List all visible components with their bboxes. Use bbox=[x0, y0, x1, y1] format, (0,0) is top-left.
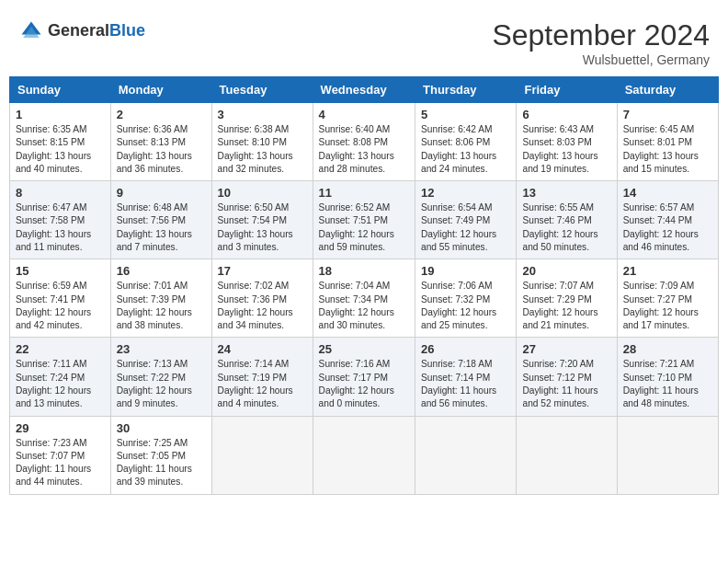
day-number: 10 bbox=[218, 186, 307, 200]
table-row: 20 Sunrise: 7:07 AM Sunset: 7:29 PM Dayl… bbox=[517, 259, 617, 338]
daylight-label: Daylight: 12 hours and 46 minutes. bbox=[623, 229, 699, 252]
daylight-label: Daylight: 12 hours and 25 minutes. bbox=[421, 307, 496, 330]
header-thursday: Thursday bbox=[415, 77, 517, 103]
day-number: 19 bbox=[421, 264, 510, 278]
logo-blue-text: Blue bbox=[109, 21, 145, 40]
day-number: 1 bbox=[16, 108, 105, 121]
day-info: Sunrise: 6:50 AM Sunset: 7:54 PM Dayligh… bbox=[218, 201, 307, 254]
logo: GeneralBlue bbox=[18, 18, 145, 44]
sunrise-label: Sunrise: 6:47 AM bbox=[16, 202, 87, 213]
sunset-label: Sunset: 7:44 PM bbox=[623, 215, 692, 225]
calendar-table: Sunday Monday Tuesday Wednesday Thursday… bbox=[9, 76, 719, 495]
daylight-label: Daylight: 12 hours and 30 minutes. bbox=[319, 307, 394, 330]
day-number: 20 bbox=[522, 264, 610, 278]
day-info: Sunrise: 6:42 AM Sunset: 8:06 PM Dayligh… bbox=[421, 123, 510, 176]
sunset-label: Sunset: 8:01 PM bbox=[623, 137, 692, 147]
table-row: 17 Sunrise: 7:02 AM Sunset: 7:36 PM Dayl… bbox=[211, 259, 313, 338]
sunset-label: Sunset: 7:17 PM bbox=[319, 373, 388, 383]
table-row: 9 Sunrise: 6:48 AM Sunset: 7:56 PM Dayli… bbox=[110, 181, 211, 259]
day-info: Sunrise: 6:54 AM Sunset: 7:49 PM Dayligh… bbox=[421, 201, 510, 254]
table-row: 11 Sunrise: 6:52 AM Sunset: 7:51 PM Dayl… bbox=[313, 181, 415, 259]
sunset-label: Sunset: 7:32 PM bbox=[421, 294, 490, 304]
day-number: 30 bbox=[117, 421, 206, 435]
day-info: Sunrise: 6:43 AM Sunset: 8:03 PM Dayligh… bbox=[522, 123, 610, 176]
table-row: 8 Sunrise: 6:47 AM Sunset: 7:58 PM Dayli… bbox=[10, 181, 111, 259]
daylight-label: Daylight: 12 hours and 38 minutes. bbox=[117, 307, 192, 330]
sunrise-label: Sunrise: 6:59 AM bbox=[16, 281, 87, 291]
header-sunday: Sunday bbox=[10, 77, 111, 103]
day-number: 27 bbox=[522, 342, 610, 356]
sunrise-label: Sunrise: 7:20 AM bbox=[522, 359, 594, 369]
table-row bbox=[517, 416, 617, 494]
day-info: Sunrise: 6:52 AM Sunset: 7:51 PM Dayligh… bbox=[319, 201, 409, 254]
day-info: Sunrise: 7:02 AM Sunset: 7:36 PM Dayligh… bbox=[218, 280, 307, 332]
day-number: 9 bbox=[117, 186, 206, 200]
day-number: 7 bbox=[623, 108, 712, 121]
calendar-row: 8 Sunrise: 6:47 AM Sunset: 7:58 PM Dayli… bbox=[10, 181, 719, 259]
sunset-label: Sunset: 7:58 PM bbox=[16, 215, 85, 225]
sunset-label: Sunset: 7:14 PM bbox=[421, 373, 490, 383]
daylight-label: Daylight: 12 hours and 13 minutes. bbox=[16, 385, 91, 408]
day-number: 23 bbox=[117, 342, 206, 356]
day-info: Sunrise: 7:09 AM Sunset: 7:27 PM Dayligh… bbox=[623, 280, 712, 332]
table-row: 1 Sunrise: 6:35 AM Sunset: 8:15 PM Dayli… bbox=[10, 103, 111, 181]
table-row: 5 Sunrise: 6:42 AM Sunset: 8:06 PM Dayli… bbox=[415, 103, 517, 181]
sunset-label: Sunset: 7:10 PM bbox=[623, 373, 692, 383]
sunset-label: Sunset: 7:12 PM bbox=[522, 373, 591, 383]
day-info: Sunrise: 7:11 AM Sunset: 7:24 PM Dayligh… bbox=[16, 358, 105, 410]
day-number: 11 bbox=[319, 186, 409, 200]
daylight-label: Daylight: 11 hours and 44 minutes. bbox=[16, 464, 91, 487]
day-number: 24 bbox=[218, 342, 307, 356]
day-info: Sunrise: 6:57 AM Sunset: 7:44 PM Dayligh… bbox=[623, 201, 712, 254]
daylight-label: Daylight: 12 hours and 0 minutes. bbox=[319, 385, 394, 408]
daylight-label: Daylight: 13 hours and 24 minutes. bbox=[421, 151, 496, 174]
sunrise-label: Sunrise: 6:52 AM bbox=[319, 202, 391, 213]
table-row: 10 Sunrise: 6:50 AM Sunset: 7:54 PM Dayl… bbox=[211, 181, 313, 259]
day-info: Sunrise: 6:45 AM Sunset: 8:01 PM Dayligh… bbox=[623, 123, 712, 176]
sunset-label: Sunset: 7:36 PM bbox=[218, 294, 287, 304]
logo-wordmark: GeneralBlue bbox=[48, 21, 145, 41]
sunset-label: Sunset: 7:46 PM bbox=[522, 215, 591, 225]
day-info: Sunrise: 7:16 AM Sunset: 7:17 PM Dayligh… bbox=[319, 358, 409, 410]
table-row: 18 Sunrise: 7:04 AM Sunset: 7:34 PM Dayl… bbox=[313, 259, 415, 338]
calendar-header: Sunday Monday Tuesday Wednesday Thursday… bbox=[10, 77, 719, 103]
calendar-row: 29 Sunrise: 7:23 AM Sunset: 7:07 PM Dayl… bbox=[10, 416, 719, 494]
daylight-label: Daylight: 13 hours and 11 minutes. bbox=[16, 229, 91, 252]
table-row: 28 Sunrise: 7:21 AM Sunset: 7:10 PM Dayl… bbox=[617, 338, 718, 416]
daylight-label: Daylight: 12 hours and 17 minutes. bbox=[623, 307, 699, 330]
daylight-label: Daylight: 11 hours and 39 minutes. bbox=[117, 464, 192, 487]
sunrise-label: Sunrise: 6:36 AM bbox=[117, 124, 188, 134]
day-number: 28 bbox=[623, 342, 712, 356]
header-saturday: Saturday bbox=[617, 77, 718, 103]
day-number: 4 bbox=[319, 108, 409, 121]
day-info: Sunrise: 7:23 AM Sunset: 7:07 PM Dayligh… bbox=[16, 437, 105, 489]
sunset-label: Sunset: 8:03 PM bbox=[522, 137, 591, 147]
table-row: 24 Sunrise: 7:14 AM Sunset: 7:19 PM Dayl… bbox=[211, 338, 313, 416]
sunset-label: Sunset: 7:39 PM bbox=[117, 294, 186, 304]
table-row: 16 Sunrise: 7:01 AM Sunset: 7:39 PM Dayl… bbox=[110, 259, 211, 338]
daylight-label: Daylight: 12 hours and 59 minutes. bbox=[319, 229, 394, 252]
sunset-label: Sunset: 7:29 PM bbox=[522, 294, 591, 304]
calendar-row: 22 Sunrise: 7:11 AM Sunset: 7:24 PM Dayl… bbox=[10, 338, 719, 416]
day-info: Sunrise: 7:13 AM Sunset: 7:22 PM Dayligh… bbox=[117, 358, 206, 410]
daylight-label: Daylight: 13 hours and 36 minutes. bbox=[117, 151, 192, 174]
sunset-label: Sunset: 7:22 PM bbox=[117, 373, 186, 383]
table-row: 29 Sunrise: 7:23 AM Sunset: 7:07 PM Dayl… bbox=[10, 416, 111, 494]
day-info: Sunrise: 6:38 AM Sunset: 8:10 PM Dayligh… bbox=[218, 123, 307, 176]
daylight-label: Daylight: 12 hours and 9 minutes. bbox=[117, 385, 192, 408]
sunrise-label: Sunrise: 7:21 AM bbox=[623, 359, 695, 369]
day-info: Sunrise: 6:48 AM Sunset: 7:56 PM Dayligh… bbox=[117, 201, 206, 254]
sunrise-label: Sunrise: 6:48 AM bbox=[117, 202, 188, 213]
sunset-label: Sunset: 7:24 PM bbox=[16, 373, 85, 383]
day-number: 25 bbox=[319, 342, 409, 356]
day-info: Sunrise: 7:04 AM Sunset: 7:34 PM Dayligh… bbox=[319, 280, 409, 332]
table-row: 15 Sunrise: 6:59 AM Sunset: 7:41 PM Dayl… bbox=[10, 259, 111, 338]
day-info: Sunrise: 6:59 AM Sunset: 7:41 PM Dayligh… bbox=[16, 280, 105, 332]
day-number: 3 bbox=[218, 108, 307, 121]
table-row: 30 Sunrise: 7:25 AM Sunset: 7:05 PM Dayl… bbox=[110, 416, 211, 494]
sunrise-label: Sunrise: 6:43 AM bbox=[522, 124, 594, 134]
day-info: Sunrise: 6:47 AM Sunset: 7:58 PM Dayligh… bbox=[16, 201, 105, 254]
sunset-label: Sunset: 7:27 PM bbox=[623, 294, 692, 304]
weekday-header-row: Sunday Monday Tuesday Wednesday Thursday… bbox=[10, 77, 719, 103]
sunrise-label: Sunrise: 7:16 AM bbox=[319, 359, 391, 369]
